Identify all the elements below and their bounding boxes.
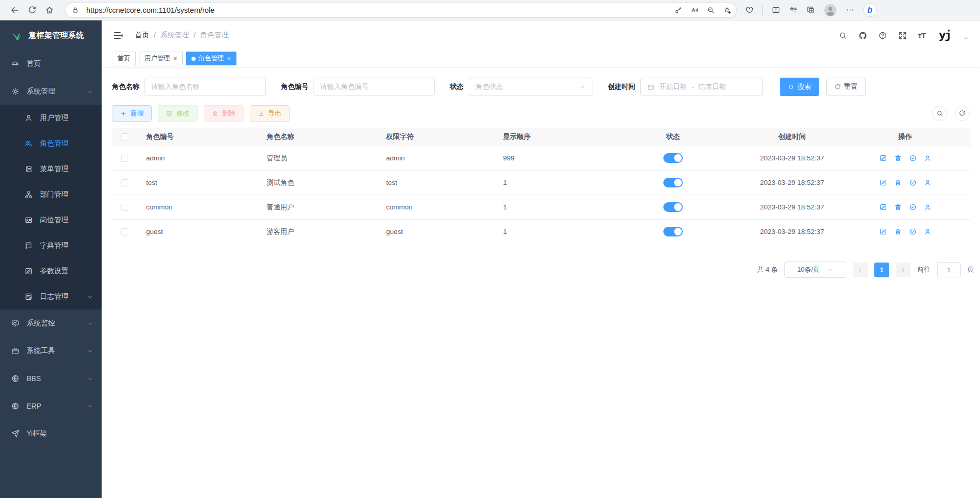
row-delete-icon[interactable] xyxy=(894,203,902,211)
browser-essentials-icon[interactable] xyxy=(745,6,754,14)
url-input[interactable] xyxy=(86,6,674,14)
sidebar-item-posts[interactable]: 岗位管理 xyxy=(0,207,102,233)
date-range-picker[interactable]: 开始日期 - 结束日期 xyxy=(640,78,763,96)
font-size-icon[interactable]: тT xyxy=(918,31,926,40)
chevron-down-icon xyxy=(579,83,586,90)
refresh-table-button[interactable] xyxy=(954,106,970,121)
breadcrumb-home[interactable]: 首页 xyxy=(135,31,149,40)
row-edit-icon[interactable] xyxy=(879,154,887,162)
collections-icon[interactable] xyxy=(806,6,815,14)
sidebar-item-system[interactable]: 系统管理 xyxy=(0,78,102,105)
edit-button[interactable]: 修改 xyxy=(158,105,198,122)
split-screen-icon[interactable] xyxy=(772,6,780,14)
org-tree-icon xyxy=(25,191,33,199)
search-icon[interactable] xyxy=(839,31,847,40)
row-checkbox[interactable] xyxy=(121,179,128,186)
add-favorite-icon[interactable] xyxy=(723,6,731,14)
status-toggle[interactable] xyxy=(663,153,683,163)
status-toggle[interactable] xyxy=(663,178,683,187)
status-toggle[interactable] xyxy=(663,227,683,236)
row-edit-icon[interactable] xyxy=(879,228,887,235)
fullscreen-icon[interactable] xyxy=(898,31,907,40)
page-size-select[interactable]: 10条/页 xyxy=(784,262,846,278)
trash-icon xyxy=(212,110,219,117)
row-edit-icon[interactable] xyxy=(879,179,887,186)
help-icon[interactable] xyxy=(878,31,887,40)
search-icon xyxy=(788,84,795,90)
goto-page-input[interactable] xyxy=(937,262,961,277)
row-assign-user-icon[interactable] xyxy=(924,203,931,211)
row-checkbox[interactable] xyxy=(121,155,128,162)
row-checkbox[interactable] xyxy=(121,228,128,235)
sidebar-item-users[interactable]: 用户管理 xyxy=(0,105,102,131)
browser-refresh-button[interactable] xyxy=(23,2,41,19)
toggle-search-button[interactable] xyxy=(932,106,947,121)
sidebar-item-monitor[interactable]: 系统监控 xyxy=(0,310,102,337)
profile-avatar[interactable] xyxy=(824,4,837,17)
browser-home-button[interactable] xyxy=(41,2,58,19)
zoom-out-icon[interactable] xyxy=(707,6,715,14)
address-bar[interactable] xyxy=(65,3,737,18)
add-button[interactable]: 新增 xyxy=(112,105,152,122)
close-icon[interactable]: × xyxy=(227,55,231,62)
sidebar-item-dictionary[interactable]: 字典管理 xyxy=(0,233,102,258)
sidebar-item-departments[interactable]: 部门管理 xyxy=(0,182,102,207)
password-key-icon[interactable] xyxy=(674,6,682,14)
yi-logo[interactable]: yj xyxy=(939,29,950,42)
status-select[interactable]: 角色状态 xyxy=(469,78,592,96)
tab-role-management[interactable]: 角色管理 × xyxy=(186,52,237,65)
role-name-input[interactable]: 请输入角色名称 xyxy=(145,78,266,96)
monitor-icon xyxy=(11,319,19,327)
row-assign-user-icon[interactable] xyxy=(924,179,931,186)
breadcrumb-system[interactable]: 系统管理 xyxy=(160,31,189,40)
search-button[interactable]: 搜索 xyxy=(780,78,819,96)
current-page-button[interactable]: 1 xyxy=(874,263,889,277)
status-toggle[interactable] xyxy=(663,202,683,212)
export-button[interactable]: 导出 xyxy=(250,105,290,122)
row-delete-icon[interactable] xyxy=(894,228,902,235)
sidebar-item-menus[interactable]: 菜单管理 xyxy=(0,156,102,182)
breadcrumb-role[interactable]: 角色管理 xyxy=(200,31,229,40)
browser-back-button[interactable] xyxy=(6,2,23,19)
row-assign-user-icon[interactable] xyxy=(924,228,931,235)
reset-button[interactable]: 重置 xyxy=(826,78,866,96)
users-icon xyxy=(25,139,33,148)
close-icon[interactable]: × xyxy=(173,55,177,62)
row-delete-icon[interactable] xyxy=(894,154,902,162)
role-code-input[interactable]: 请输入角色编号 xyxy=(314,78,435,96)
chevron-down-icon xyxy=(827,267,833,273)
copilot-icon[interactable]: b xyxy=(863,3,877,17)
row-assign-user-icon[interactable] xyxy=(924,154,931,162)
sidebar-item-bbs[interactable]: BBS xyxy=(0,365,102,392)
row-delete-icon[interactable] xyxy=(894,179,902,186)
sidebar-item-yiframework[interactable]: Yi框架 xyxy=(0,420,102,447)
role-code-label: 角色编号 xyxy=(281,82,308,91)
row-data-scope-icon[interactable] xyxy=(909,203,917,211)
tab-user-management[interactable]: 用户管理 × xyxy=(139,52,183,65)
tab-home[interactable]: 首页 xyxy=(112,52,136,65)
select-all-checkbox[interactable] xyxy=(121,133,128,140)
github-icon[interactable] xyxy=(858,31,867,40)
row-data-scope-icon[interactable] xyxy=(909,154,917,162)
sidebar: 意框架管理系统 首页 系统管理 用户管理 角色管理 菜单管理 xyxy=(0,20,102,498)
menu-tree-icon xyxy=(25,165,33,173)
sidebar-item-logs[interactable]: 日志管理 xyxy=(0,284,102,310)
collapse-sidebar-icon[interactable] xyxy=(113,30,124,41)
row-edit-icon[interactable] xyxy=(879,203,887,211)
row-data-scope-icon[interactable] xyxy=(909,228,917,235)
browser-menu-icon[interactable] xyxy=(846,6,854,14)
next-page-button[interactable] xyxy=(896,263,911,277)
created-time-label: 创建时间 xyxy=(608,82,635,91)
sidebar-item-erp[interactable]: ERP xyxy=(0,392,102,420)
delete-button[interactable]: 删除 xyxy=(204,105,244,122)
sidebar-item-parameters[interactable]: 参数设置 xyxy=(0,258,102,284)
row-data-scope-icon[interactable] xyxy=(909,179,917,186)
sidebar-item-roles[interactable]: 角色管理 xyxy=(0,131,102,156)
prev-page-button[interactable] xyxy=(853,263,868,277)
sidebar-item-home[interactable]: 首页 xyxy=(0,50,102,78)
sidebar-item-tools[interactable]: 系统工具 xyxy=(0,337,102,365)
favorites-icon[interactable] xyxy=(789,6,798,14)
chevron-down-icon[interactable] xyxy=(963,35,969,41)
read-aloud-icon[interactable] xyxy=(690,6,699,14)
row-checkbox[interactable] xyxy=(121,204,128,211)
